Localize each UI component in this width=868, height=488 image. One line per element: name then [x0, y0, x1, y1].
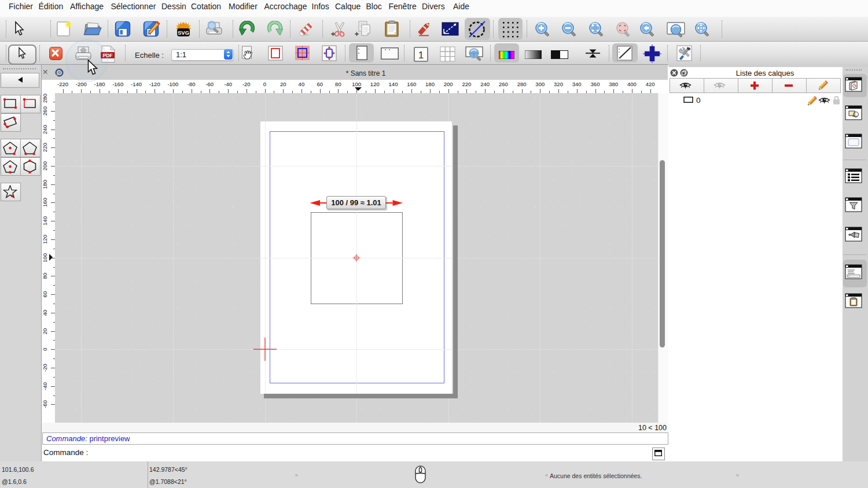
- svg-text:1: 1: [418, 50, 424, 61]
- svg-text:SVG: SVG: [178, 29, 189, 36]
